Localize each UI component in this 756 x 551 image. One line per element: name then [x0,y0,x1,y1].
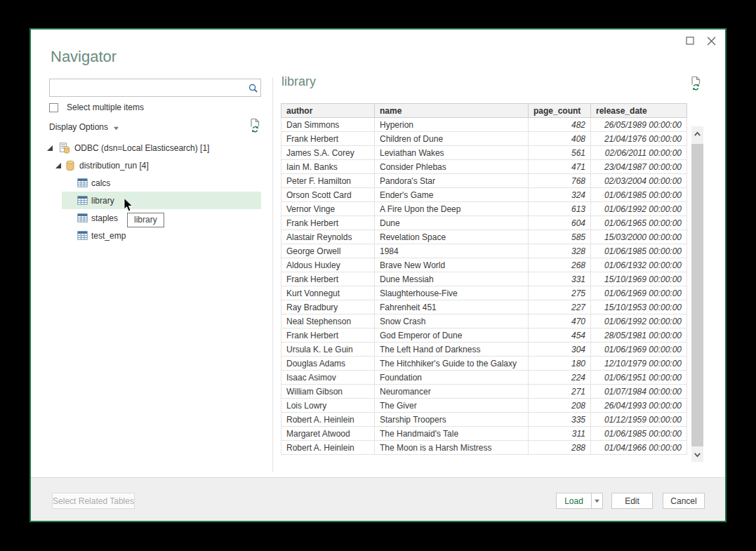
cell-page_count: 288 [529,441,591,455]
cell-release_date: 15/03/2000 00:00:00 [591,230,687,244]
edit-button[interactable]: Edit [611,493,653,509]
table-row: Aldous HuxleyBrave New World26801/06/193… [281,258,687,272]
cell-page_count: 561 [529,146,591,160]
cell-page_count: 482 [529,118,591,132]
preview-scrollbar[interactable] [691,126,703,462]
refresh-preview-button[interactable] [689,76,702,93]
dialog-footer: Select Related Tables Load Edit Cancel [31,477,725,521]
cell-page_count: 335 [529,413,591,427]
cell-release_date: 01/06/1992 00:00:00 [591,202,687,216]
cell-release_date: 21/04/1976 00:00:00 [591,132,687,146]
load-options-dropdown[interactable] [591,493,603,509]
tree-node-label: calcs [91,178,110,188]
scroll-up-button[interactable] [691,128,703,140]
cell-page_count: 180 [529,357,591,371]
cell-author: Orson Scott Card [281,188,375,202]
cell-name: 1984 [375,244,529,258]
cell-name: Revelation Space [375,230,529,244]
tree-node-table-library[interactable]: library [62,192,261,209]
cancel-button[interactable]: Cancel [663,493,705,509]
cell-page_count: 768 [529,174,591,188]
preview-table-container: author name page_count release_date Dan … [281,103,687,455]
cell-page_count: 331 [529,272,591,286]
refresh-tree-button[interactable] [248,118,261,135]
cell-name: Foundation [375,371,529,385]
cell-name: Ender's Game [375,188,529,202]
cell-author: Ursula K. Le Guin [281,343,375,357]
expand-collapse-icon[interactable] [55,162,62,169]
table-row: Margaret AtwoodThe Handmaid's Tale31101/… [281,427,687,441]
cell-page_count: 324 [529,188,591,202]
refresh-icon [248,118,261,133]
search-icon[interactable] [245,83,260,93]
search-box[interactable] [49,79,261,97]
cell-author: Alastair Reynolds [281,230,375,244]
cell-release_date: 01/06/1965 00:00:00 [591,216,687,230]
cell-author: Frank Herbert [281,132,375,146]
tree-node-label: staples [91,213,118,223]
scroll-down-button[interactable] [691,449,703,460]
table-row: Dan SimmonsHyperion48226/05/1989 00:00:0… [281,118,687,132]
select-multiple-row: Select multiple items [49,102,144,112]
tree-node-odbc-source[interactable]: ODBC (dsn=Local Elasticsearch) [1] [31,139,272,157]
tooltip: library [127,213,164,227]
cell-release_date: 28/05/1981 00:00:00 [591,328,687,343]
column-header-author: author [281,104,375,118]
cell-page_count: 311 [529,427,591,441]
table-row: Lois LowryThe Giver20826/04/1993 00:00:0… [281,399,687,413]
close-button[interactable] [703,34,719,48]
display-options-row: Display Options [49,119,261,135]
chevron-down-icon [594,498,600,503]
cell-name: Snow Crash [375,314,529,328]
cell-release_date: 01/06/1992 00:00:00 [591,314,687,328]
cell-page_count: 585 [529,230,591,244]
expand-collapse-icon[interactable] [46,145,53,152]
cell-name: The Hitchhiker's Guide to the Galaxy [375,357,529,371]
select-related-tables-button[interactable]: Select Related Tables [52,493,135,509]
table-row: Orson Scott CardEnder's Game32401/06/198… [281,188,687,202]
preview-table: author name page_count release_date Dan … [281,103,687,455]
cell-name: The Giver [375,399,529,413]
table-row: Ursula K. Le GuinThe Left Hand of Darkne… [281,343,687,357]
cell-author: George Orwell [281,244,375,258]
cell-page_count: 613 [529,202,591,216]
cell-release_date: 15/10/1953 00:00:00 [591,300,687,314]
display-options-dropdown[interactable]: Display Options [49,122,108,132]
cell-name: A Fire Upon the Deep [375,202,529,216]
cell-author: Douglas Adams [281,357,375,371]
cell-release_date: 02/03/2004 00:00:00 [591,174,687,188]
cell-author: Frank Herbert [281,272,375,286]
chevron-down-icon[interactable] [113,121,119,133]
table-row: Frank HerbertChildren of Dune40821/04/19… [281,132,687,146]
select-multiple-checkbox[interactable] [49,103,58,112]
load-split-button: Load [556,493,603,509]
cell-author: William Gibson [281,385,375,399]
column-header-page-count: page_count [529,104,591,118]
cell-name: Fahrenheit 451 [375,300,529,314]
scrollbar-thumb[interactable] [691,144,703,446]
cell-author: Aldous Huxley [281,258,375,272]
preview-table-body: Dan SimmonsHyperion48226/05/1989 00:00:0… [281,118,687,455]
tree-node-database[interactable]: distribution_run [4] [31,157,272,174]
odbc-source-icon [59,142,70,154]
table-row: William GibsonNeuromancer27101/07/1984 0… [281,385,687,399]
cell-name: Neuromancer [375,385,529,399]
tree-node-label: test_emp [91,231,126,241]
table-row: Isaac AsimovFoundation22401/06/1951 00:0… [281,371,687,385]
tree-node-table-calcs[interactable]: calcs [62,174,261,192]
load-button[interactable]: Load [556,493,591,509]
cell-author: Dan Simmons [281,118,375,132]
table-row: Robert A. HeinleinThe Moon is a Harsh Mi… [281,441,687,455]
cell-author: Vernor Vinge [281,202,375,216]
tree-node-table-test-emp[interactable]: test_emp [62,227,261,244]
cell-page_count: 470 [529,314,591,328]
cell-release_date: 02/06/2011 00:00:00 [591,146,687,160]
cell-name: Dune [375,216,529,230]
maximize-button[interactable] [682,34,698,48]
search-input[interactable] [50,80,245,95]
cell-author: Margaret Atwood [281,427,375,441]
cell-release_date: 01/06/1951 00:00:00 [591,371,687,385]
panel-divider [272,77,273,472]
cell-author: Neal Stephenson [281,314,375,328]
select-multiple-label: Select multiple items [67,102,144,112]
